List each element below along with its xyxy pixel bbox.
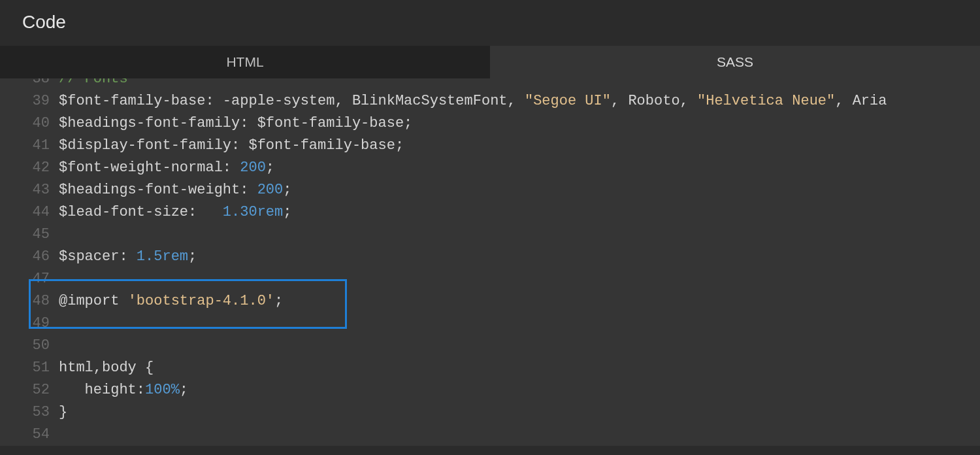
- tab-bar: HTML SASS: [0, 46, 980, 78]
- line-number: 52: [0, 379, 59, 401]
- code-line[interactable]: 54: [0, 424, 980, 446]
- line-number: 47: [0, 268, 59, 290]
- panel-title: Code: [22, 12, 980, 33]
- line-content[interactable]: $headings-font-weight: 200;: [59, 179, 291, 201]
- line-content[interactable]: $headings-font-family: $font-family-base…: [59, 112, 412, 135]
- line-number: 38: [0, 78, 59, 90]
- tab-sass[interactable]: SASS: [490, 46, 980, 78]
- line-content[interactable]: $display-font-family: $font-family-base;: [59, 135, 404, 157]
- code-line[interactable]: 43$headings-font-weight: 200;: [0, 179, 980, 201]
- code-line[interactable]: 52 height:100%;: [0, 379, 980, 401]
- code-line[interactable]: 40$headings-font-family: $font-family-ba…: [0, 112, 980, 135]
- line-content[interactable]: $font-weight-normal: 200;: [59, 157, 274, 179]
- code-line[interactable]: 48@import 'bootstrap-4.1.0';: [0, 290, 980, 312]
- line-number: 48: [0, 290, 59, 312]
- line-number: 42: [0, 157, 59, 179]
- code-line[interactable]: 47: [0, 268, 980, 290]
- code-line[interactable]: 49: [0, 312, 980, 335]
- line-content[interactable]: $font-family-base: -apple-system, BlinkM…: [59, 90, 887, 112]
- line-number: 41: [0, 135, 59, 157]
- code-line[interactable]: 38// Fonts: [0, 78, 980, 90]
- line-number: 49: [0, 312, 59, 335]
- code-line[interactable]: 46$spacer: 1.5rem;: [0, 246, 980, 268]
- code-editor[interactable]: 38// Fonts39$font-family-base: -apple-sy…: [0, 78, 980, 446]
- line-number: 50: [0, 335, 59, 357]
- code-line[interactable]: 50: [0, 335, 980, 357]
- line-content[interactable]: html,body {: [59, 357, 154, 379]
- line-number: 39: [0, 90, 59, 112]
- line-content[interactable]: height:100%;: [59, 379, 188, 401]
- line-content[interactable]: }: [59, 401, 67, 424]
- line-content[interactable]: @import 'bootstrap-4.1.0';: [59, 290, 283, 312]
- line-content[interactable]: $lead-font-size: 1.30rem;: [59, 201, 291, 224]
- line-content[interactable]: $spacer: 1.5rem;: [59, 246, 197, 268]
- line-number: 45: [0, 224, 59, 246]
- line-number: 54: [0, 424, 59, 446]
- code-line[interactable]: 42$font-weight-normal: 200;: [0, 157, 980, 179]
- line-number: 51: [0, 357, 59, 379]
- line-number: 40: [0, 112, 59, 135]
- panel-header: Code: [0, 0, 980, 46]
- code-line[interactable]: 39$font-family-base: -apple-system, Blin…: [0, 90, 980, 112]
- code-line[interactable]: 45: [0, 224, 980, 246]
- line-number: 43: [0, 179, 59, 201]
- code-line[interactable]: 41$display-font-family: $font-family-bas…: [0, 135, 980, 157]
- tab-html[interactable]: HTML: [0, 46, 490, 78]
- line-number: 46: [0, 246, 59, 268]
- line-number: 44: [0, 201, 59, 224]
- code-line[interactable]: 44$lead-font-size: 1.30rem;: [0, 201, 980, 224]
- code-line[interactable]: 51html,body {: [0, 357, 980, 379]
- line-number: 53: [0, 401, 59, 424]
- code-line[interactable]: 53}: [0, 401, 980, 424]
- line-content[interactable]: // Fonts: [59, 78, 128, 90]
